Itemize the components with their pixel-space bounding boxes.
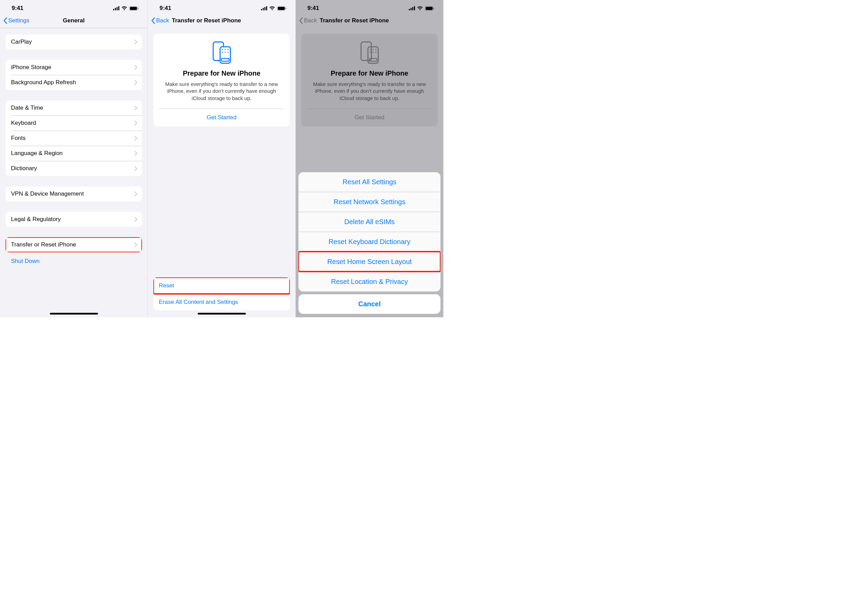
chevron-right-icon [134, 151, 137, 156]
battery-icon [129, 6, 139, 11]
wifi-icon [269, 6, 275, 10]
card-body: Make sure everything's ready to transfer… [153, 81, 290, 108]
row-label: iPhone Storage [11, 64, 134, 71]
settings-row[interactable]: Dictionary [5, 161, 142, 176]
action-sheet: Reset All SettingsReset Network Settings… [299, 172, 441, 314]
row-label: Date & Time [11, 105, 134, 112]
svg-point-19 [222, 52, 223, 53]
home-indicator[interactable] [198, 313, 246, 314]
chevron-right-icon [134, 192, 137, 196]
status-time: 9:41 [12, 5, 24, 12]
chevron-right-icon [134, 80, 137, 85]
home-indicator[interactable] [50, 313, 98, 314]
status-time: 9:41 [159, 5, 171, 12]
get-started-button[interactable]: Get Started [153, 108, 290, 127]
nav-title: General [63, 17, 85, 24]
sheet-option[interactable]: Delete All eSIMs [299, 212, 441, 232]
status-bar: 9:41 [148, 0, 295, 13]
settings-row[interactable]: Keyboard [5, 115, 142, 130]
cellular-icon [261, 6, 267, 10]
row-label: VPN & Device Management [11, 190, 134, 197]
chevron-right-icon [134, 121, 137, 126]
sheet-option[interactable]: Reset Keyboard Dictionary [299, 232, 441, 251]
panel-general: 9:41 Settings General CarPlayiPhone Stor… [0, 0, 148, 317]
back-button[interactable]: Back [151, 17, 169, 24]
row-label: Legal & Regulatory [11, 216, 134, 223]
row-label: Background App Refresh [11, 79, 134, 86]
action-row[interactable]: Reset [153, 277, 290, 294]
svg-point-18 [227, 49, 228, 50]
shutdown-label: Shut Down [11, 258, 137, 265]
settings-group: CarPlay [5, 35, 142, 49]
settings-row[interactable]: Background App Refresh [5, 75, 142, 90]
cancel-button[interactable]: Cancel [299, 294, 441, 314]
action-row[interactable]: Erase All Content and Settings [153, 294, 290, 310]
battery-icon [277, 6, 286, 11]
svg-point-16 [222, 49, 223, 50]
svg-rect-0 [113, 9, 114, 10]
back-button[interactable]: Settings [3, 17, 29, 24]
prepare-card: Prepare for New iPhone Make sure everyth… [153, 34, 290, 127]
shutdown-row[interactable]: Shut Down [5, 254, 142, 269]
chevron-right-icon [134, 65, 137, 70]
settings-row[interactable]: CarPlay [5, 35, 142, 49]
chevron-right-icon [134, 136, 137, 141]
svg-rect-12 [278, 7, 285, 10]
svg-rect-8 [263, 8, 264, 10]
svg-rect-5 [130, 7, 137, 10]
row-label: Reset [159, 282, 284, 289]
settings-group: Transfer or Reset iPhone [5, 237, 142, 252]
row-label: Fonts [11, 135, 134, 141]
transfer-icon [153, 39, 290, 69]
sheet-option[interactable]: Reset Location & Privacy [299, 272, 441, 291]
panel-transfer-reset: 9:41 Back Transfer or Reset iPhone Prepa… [148, 0, 296, 317]
sheet-option[interactable]: Reset Network Settings [299, 192, 441, 212]
wifi-icon [121, 6, 127, 10]
svg-point-21 [227, 52, 228, 53]
svg-rect-7 [261, 9, 262, 10]
row-label: Transfer or Reset iPhone [11, 241, 134, 248]
sheet-option[interactable]: Reset All Settings [299, 172, 441, 192]
chevron-left-icon [151, 17, 156, 24]
nav-bar: Settings General [0, 13, 148, 28]
settings-row[interactable]: iPhone Storage [5, 60, 142, 75]
back-label: Settings [8, 17, 29, 24]
svg-rect-3 [118, 6, 119, 10]
svg-rect-10 [266, 6, 267, 10]
svg-point-20 [225, 52, 225, 53]
svg-rect-9 [264, 7, 266, 11]
chevron-right-icon [134, 105, 137, 110]
nav-bar: Back Transfer or Reset iPhone [148, 13, 295, 28]
settings-group: VPN & Device Management [5, 186, 142, 201]
svg-point-17 [225, 49, 225, 50]
row-label: Dictionary [11, 165, 134, 172]
svg-rect-6 [138, 8, 139, 9]
chevron-left-icon [3, 17, 8, 24]
chevron-right-icon [134, 242, 137, 247]
row-label: Language & Region [11, 150, 134, 157]
svg-rect-13 [286, 8, 286, 9]
settings-group: Legal & Regulatory [5, 212, 142, 227]
back-label: Back [156, 17, 169, 24]
settings-group: iPhone StorageBackground App Refresh [5, 60, 142, 90]
panel-reset-sheet: 9:41 Back Transfer or Reset iPhone Prepa… [296, 0, 444, 317]
svg-rect-2 [116, 7, 118, 11]
settings-row[interactable]: Legal & Regulatory [5, 212, 142, 227]
chevron-right-icon [134, 217, 137, 222]
settings-row[interactable]: Date & Time [5, 101, 142, 115]
chevron-right-icon [134, 166, 137, 171]
content[interactable]: CarPlayiPhone StorageBackground App Refr… [0, 30, 148, 317]
status-icons [113, 6, 139, 11]
settings-row[interactable]: Language & Region [5, 146, 142, 161]
row-label: CarPlay [11, 39, 134, 46]
settings-row[interactable]: Fonts [5, 130, 142, 146]
row-label: Keyboard [11, 119, 134, 127]
nav-title: Transfer or Reset iPhone [172, 17, 241, 24]
settings-row[interactable]: Transfer or Reset iPhone [5, 237, 142, 252]
settings-row[interactable]: VPN & Device Management [5, 186, 142, 201]
status-icons [261, 6, 286, 11]
bottom-actions: ResetErase All Content and Settings [153, 277, 290, 310]
row-label: Erase All Content and Settings [159, 299, 284, 306]
sheet-option[interactable]: Reset Home Screen Layout [299, 251, 441, 272]
cellular-icon [113, 6, 119, 10]
